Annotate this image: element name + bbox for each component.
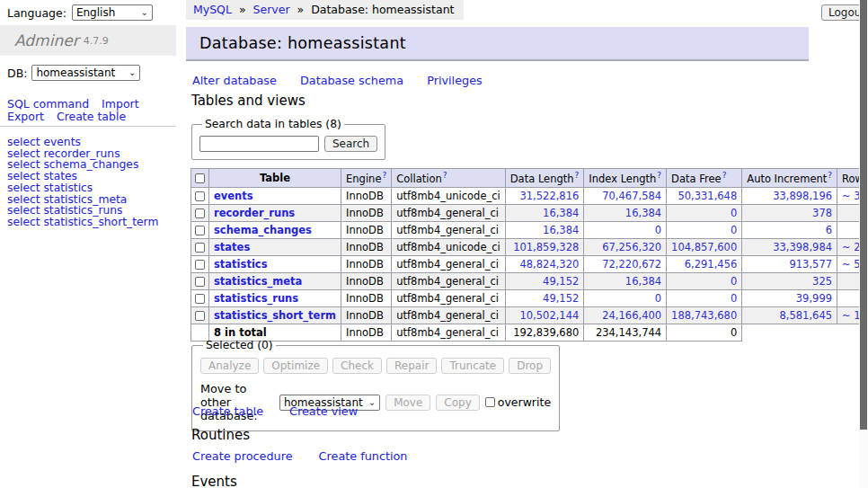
copy-button[interactable]: Copy (436, 395, 479, 411)
row-checkbox[interactable] (195, 260, 205, 270)
engine-cell: InnoDB (341, 306, 392, 324)
create-procedure-link[interactable]: Create procedure (192, 449, 293, 463)
help-link-icon[interactable]: ? (657, 171, 661, 180)
optimize-button[interactable]: Optimize (263, 358, 328, 374)
check-button[interactable]: Check (332, 358, 382, 374)
search-input[interactable] (199, 136, 319, 152)
auto-increment-link[interactable]: 33,898,196 (773, 190, 832, 202)
table-link[interactable]: schema_changes (214, 224, 312, 236)
select-all-checkbox[interactable] (195, 173, 205, 183)
column-header-data-free: Data Free? (667, 169, 742, 188)
sidebar-link-create-table[interactable]: Create table (57, 110, 126, 123)
data-length-link[interactable]: 31,522,816 (519, 190, 579, 202)
auto-increment-link[interactable]: 33,398,984 (773, 241, 832, 253)
data-free-link[interactable]: 50,331,648 (678, 190, 737, 202)
table-link[interactable]: statistics_runs (214, 292, 298, 305)
index-length-link[interactable]: 72,220,672 (602, 258, 661, 271)
data-length-link[interactable]: 16,384 (543, 224, 579, 236)
row-checkbox[interactable] (195, 226, 205, 235)
database-schema-link[interactable]: Database schema (300, 74, 403, 87)
row-checkbox[interactable] (195, 209, 205, 218)
row-checkbox[interactable] (195, 294, 205, 304)
sidebar-link-sql-command[interactable]: SQL command (7, 97, 89, 111)
breadcrumb-link-server[interactable]: Server (253, 3, 290, 16)
app-logo[interactable]: Adminer (14, 31, 79, 49)
overwrite-checkbox[interactable] (485, 397, 495, 407)
chevron-down-icon: ⌄ (128, 68, 136, 77)
row-checkbox[interactable] (195, 277, 205, 287)
help-link-icon[interactable]: ? (575, 171, 580, 180)
create-table-link[interactable]: Create table (192, 404, 263, 418)
table-link[interactable]: recorder_runs (214, 207, 295, 219)
data-length-link[interactable]: 10,502,144 (519, 309, 579, 322)
data-free-link[interactable]: 188,743,680 (671, 309, 737, 322)
help-link-icon[interactable]: ? (443, 171, 447, 180)
auto-increment-link[interactable]: 378 (812, 207, 832, 219)
engine-cell: InnoDB (341, 289, 392, 306)
column-header-auto-increment: Auto Increment? (742, 169, 837, 188)
table-link[interactable]: statistics (214, 258, 268, 271)
index-length-link[interactable]: 67,256,320 (602, 241, 661, 253)
move-button[interactable]: Move (385, 395, 430, 411)
table-row-recorder-runs: recorder_runs InnoDB utf8mb4_general_ci … (191, 204, 868, 221)
index-length-link[interactable]: 0 (655, 224, 661, 236)
language-select[interactable]: English ⌄ (72, 4, 153, 21)
breadcrumb-separator: » (239, 3, 246, 16)
sidebar-item-select-statistics[interactable]: select statistics (7, 182, 158, 194)
auto-increment-link[interactable]: 913,577 (789, 258, 832, 271)
table-link[interactable]: events (214, 190, 253, 202)
data-free-link[interactable]: 0 (731, 292, 737, 305)
auto-increment-link[interactable]: 325 (812, 275, 832, 288)
vertical-scrollbar[interactable] (859, 0, 868, 488)
index-length-link[interactable]: 70,467,584 (602, 190, 661, 202)
help-link-icon[interactable]: ? (722, 171, 727, 180)
engine-cell: InnoDB (341, 204, 392, 221)
index-length-link[interactable]: 0 (655, 292, 661, 305)
auto-increment-link[interactable]: 8,581,645 (780, 309, 833, 322)
table-link[interactable]: statistics_meta (214, 275, 302, 288)
privileges-link[interactable]: Privileges (427, 74, 483, 87)
data-length-link[interactable]: 49,152 (543, 275, 579, 288)
table-row-schema-changes: schema_changes InnoDB utf8mb4_general_ci… (191, 221, 868, 238)
sidebar-item-select-statistics-short-term[interactable]: select statistics_short_term (7, 217, 158, 228)
data-free-link[interactable]: 0 (731, 207, 737, 219)
index-length-link[interactable]: 16,384 (625, 207, 661, 219)
sidebar-item-select-events[interactable]: select events (7, 137, 158, 148)
analyze-button[interactable]: Analyze (200, 358, 259, 374)
data-free-link[interactable]: 104,857,600 (671, 241, 737, 253)
create-function-link[interactable]: Create function (319, 449, 408, 463)
index-length-link[interactable]: 24,166,400 (602, 309, 661, 322)
create-view-link[interactable]: Create view (289, 404, 358, 418)
total-data-free: 0 (667, 324, 742, 341)
data-length-link[interactable]: 48,824,320 (519, 258, 579, 271)
row-checkbox[interactable] (195, 311, 205, 321)
row-checkbox[interactable] (195, 243, 205, 253)
data-free-link[interactable]: 0 (731, 275, 737, 288)
help-link-icon[interactable]: ? (382, 171, 386, 180)
tables-overview-table: Table Engine? Collation? Data Length? In… (190, 168, 868, 342)
search-button[interactable]: Search (324, 136, 377, 152)
engine-cell: InnoDB (341, 272, 392, 289)
db-select[interactable]: homeassistant ⌄ (31, 65, 140, 81)
table-link[interactable]: statistics_short_term (214, 309, 336, 322)
sidebar-link-export[interactable]: Export (7, 110, 44, 123)
auto-increment-link[interactable]: 6 (826, 224, 832, 236)
alter-database-link[interactable]: Alter database (192, 74, 277, 87)
repair-button[interactable]: Repair (386, 358, 437, 374)
sidebar-item-select-states[interactable]: select states (7, 171, 158, 182)
data-free-link[interactable]: 6,291,456 (685, 258, 738, 271)
index-length-link[interactable]: 16,384 (625, 275, 661, 288)
breadcrumb-link-mysql[interactable]: MySQL (193, 3, 232, 16)
help-link-icon[interactable]: ? (828, 171, 832, 180)
sidebar-link-import[interactable]: Import (102, 97, 139, 111)
data-free-link[interactable]: 0 (731, 224, 737, 236)
truncate-button[interactable]: Truncate (441, 358, 504, 374)
data-length-link[interactable]: 49,152 (543, 292, 579, 305)
data-length-link[interactable]: 101,859,328 (513, 241, 579, 253)
data-length-link[interactable]: 16,384 (543, 207, 579, 219)
table-link[interactable]: states (214, 241, 250, 253)
drop-button[interactable]: Drop (509, 358, 551, 374)
scrollbar-thumb[interactable] (860, 0, 867, 430)
row-checkbox[interactable] (195, 191, 205, 201)
auto-increment-link[interactable]: 39,999 (796, 292, 832, 305)
